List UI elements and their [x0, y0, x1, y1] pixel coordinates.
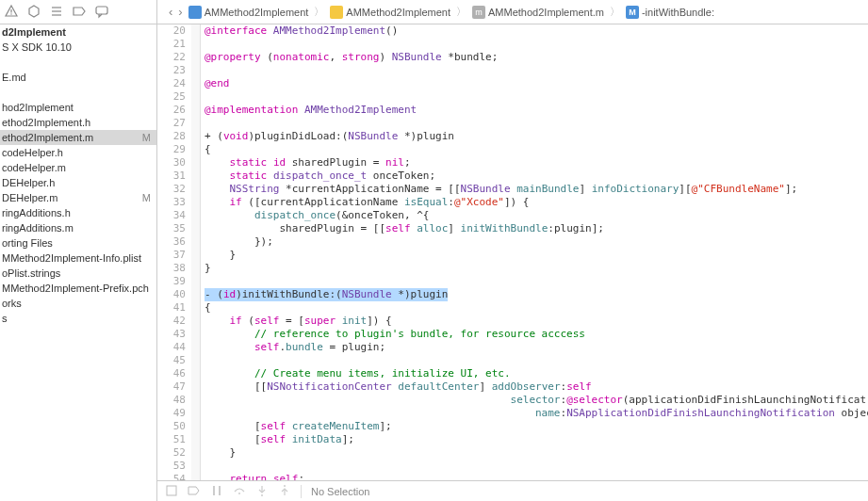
code-line[interactable]: });	[205, 235, 868, 249]
file-item[interactable]: MMethod2Implement-Prefix.pch	[0, 281, 156, 296]
navigator-sidebar: d2ImplementS X SDK 10.10E.mdhod2Implemen…	[0, 0, 157, 501]
breadcrumb-item[interactable]: AMMethod2Implement	[188, 6, 309, 19]
file-item[interactable]: orks	[0, 296, 156, 311]
hexagon-icon[interactable]	[26, 4, 41, 21]
code-line[interactable]: {	[205, 301, 868, 315]
line-number: 38	[157, 262, 186, 275]
line-number: 23	[157, 64, 186, 77]
file-navigator[interactable]: d2ImplementS X SDK 10.10E.mdhod2Implemen…	[0, 24, 156, 501]
code-line[interactable]: - (id)initWithBundle:(NSBundle *)plugin	[205, 288, 868, 301]
code-line[interactable]	[205, 90, 868, 104]
step-in-icon[interactable]	[255, 484, 269, 499]
code-line[interactable]: @property (nonatomic, strong) NSBundle *…	[205, 51, 868, 64]
forward-button[interactable]: ›	[178, 5, 182, 19]
code-line[interactable]	[205, 354, 868, 367]
file-item[interactable]: s	[0, 311, 156, 326]
file-item[interactable]: hod2Implement	[0, 100, 156, 115]
code-line[interactable]: // Create menu items, initialize UI, etc…	[205, 367, 868, 380]
file-item[interactable]	[0, 85, 156, 100]
code-content[interactable]: @interface AMMethod2Implement()@property…	[201, 24, 868, 480]
code-line[interactable]: name:NSApplicationDidFinishLaunchingNoti…	[205, 407, 868, 420]
code-line[interactable]: @implementation AMMethod2Implement	[205, 104, 868, 117]
code-line[interactable]: @end	[205, 77, 868, 90]
line-number: 42	[157, 315, 186, 328]
fold-gutter[interactable]	[191, 24, 201, 480]
file-item[interactable]: codeHelper.h	[0, 145, 156, 160]
file-item[interactable]: oPlist.strings	[0, 266, 156, 281]
file-item-label: ringAdditions.h	[2, 207, 71, 218]
code-line[interactable]: }	[205, 446, 868, 460]
breadcrumb-item[interactable]: AMMethod2Implement	[330, 6, 450, 19]
jump-bar[interactable]: ‹ › AMMethod2Implement〉AMMethod2Implemen…	[157, 0, 868, 24]
warning-icon[interactable]	[4, 4, 19, 21]
pause-icon[interactable]	[210, 484, 223, 499]
svg-marker-13	[188, 487, 199, 494]
breakpoint-toggle-icon[interactable]	[188, 484, 201, 499]
code-line[interactable]: [self initData];	[205, 433, 868, 446]
file-item[interactable]: DEHelper.h	[0, 175, 156, 190]
svg-rect-7	[96, 7, 107, 14]
line-number: 47	[157, 380, 186, 394]
file-item-label: orks	[2, 298, 22, 309]
file-item[interactable]: ethod2Implement.h	[0, 115, 156, 130]
code-line[interactable]: static dispatch_once_t onceToken;	[205, 170, 868, 183]
code-line[interactable]	[205, 275, 868, 288]
file-item[interactable]: S X SDK 10.10	[0, 40, 156, 55]
line-gutter: 2021222324252627282930313233343536373839…	[157, 24, 191, 480]
step-over-icon[interactable]	[233, 484, 246, 499]
line-number: 35	[157, 222, 186, 235]
file-item[interactable]: DEHelper.mM	[0, 190, 156, 205]
code-editor[interactable]: 2021222324252627282930313233343536373839…	[157, 24, 868, 480]
breakpoint-icon[interactable]	[72, 4, 87, 21]
file-item-label: s	[2, 313, 8, 324]
proj-icon	[188, 6, 202, 19]
line-number: 50	[157, 420, 186, 433]
line-number: 54	[157, 473, 186, 480]
file-item[interactable]: ringAdditions.h	[0, 205, 156, 220]
code-line[interactable]	[205, 117, 868, 130]
toggle-debug-icon[interactable]	[165, 484, 178, 499]
line-number: 51	[157, 433, 186, 446]
code-line[interactable]	[205, 38, 868, 51]
code-line[interactable]: [self createMenuItem];	[205, 420, 868, 433]
code-line[interactable]: self.bundle = plugin;	[205, 341, 868, 354]
line-number: 20	[157, 24, 186, 38]
code-line[interactable]: static id sharedPlugin = nil;	[205, 156, 868, 170]
code-line[interactable]	[205, 460, 868, 473]
file-item[interactable]: ethod2Implement.mM	[0, 130, 156, 145]
file-item[interactable]: orting Files	[0, 235, 156, 250]
breadcrumb-item[interactable]: mAMMethod2Implement.m	[472, 6, 604, 19]
code-line[interactable]: + (void)pluginDidLoad:(NSBundle *)plugin	[205, 130, 868, 143]
file-item-label: hod2Implement	[2, 102, 74, 113]
code-line[interactable]: return self;	[205, 473, 868, 480]
line-number: 21	[157, 38, 186, 51]
breadcrumb[interactable]: AMMethod2Implement〉AMMethod2Implement〉mA…	[188, 5, 714, 19]
speech-icon[interactable]	[94, 4, 109, 21]
file-item[interactable]: E.md	[0, 70, 156, 85]
file-item[interactable]	[0, 55, 156, 70]
file-item[interactable]: MMethod2Implement-Info.plist	[0, 250, 156, 266]
step-out-icon[interactable]	[278, 484, 291, 499]
breadcrumb-item[interactable]: M-initWithBundle:	[626, 6, 714, 19]
code-line[interactable]: [[NSNotificationCenter defaultCenter] ad…	[205, 380, 868, 394]
code-line[interactable]: }	[205, 262, 868, 275]
code-line[interactable]: selector:@selector(applicationDidFinishL…	[205, 394, 868, 407]
code-line[interactable]: @interface AMMethod2Implement()	[205, 24, 868, 38]
code-line[interactable]: if (self = [super init]) {	[205, 315, 868, 328]
back-button[interactable]: ‹	[169, 5, 172, 19]
code-line[interactable]: // reference to plugin's bundle, for res…	[205, 328, 868, 341]
file-item[interactable]: d2Implement	[0, 24, 156, 40]
code-line[interactable]	[205, 64, 868, 77]
code-line[interactable]: NSString *currentApplicationName = [[NSB…	[205, 183, 868, 196]
code-line[interactable]: {	[205, 143, 868, 156]
file-item[interactable]: codeHelper.m	[0, 160, 156, 175]
code-line[interactable]: sharedPlugin = [[self alloc] initWithBun…	[205, 222, 868, 235]
code-line[interactable]: }	[205, 249, 868, 262]
code-line[interactable]: if ([currentApplicationName isEqual:@"Xc…	[205, 196, 868, 209]
breadcrumb-label: AMMethod2Implement	[346, 7, 450, 18]
list-icon[interactable]	[49, 4, 64, 21]
file-item[interactable]: ringAdditions.m	[0, 220, 156, 235]
svg-point-18	[261, 494, 263, 496]
code-line[interactable]: dispatch_once(&onceToken, ^{	[205, 209, 868, 222]
svg-point-16	[238, 493, 240, 494]
